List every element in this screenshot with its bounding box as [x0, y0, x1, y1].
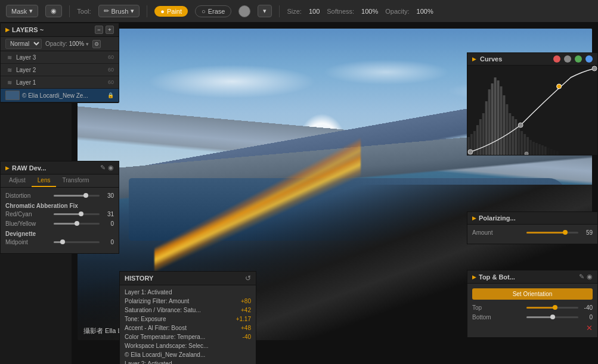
history-item-7[interactable]: © Elia Locardi_New Zealand...	[120, 350, 256, 359]
raw-dev-title: RAW Dev...	[12, 164, 98, 172]
history-label-8: Layer 2: Activated	[125, 360, 172, 364]
midpoint-slider[interactable]	[54, 241, 100, 243]
history-label-0: Layer 1: Activated	[125, 289, 172, 295]
red-cyan-slider[interactable]	[54, 213, 100, 215]
svg-rect-26	[544, 147, 547, 155]
layer-base-name: © Elia Locardi_New Ze...	[22, 92, 105, 99]
curves-graph[interactable]	[467, 66, 597, 155]
raw-eye-icon[interactable]: ◉	[108, 164, 114, 172]
red-cyan-thumb[interactable]	[79, 211, 83, 216]
curves-triangle-icon: ▶	[472, 56, 476, 62]
top-slider[interactable]	[526, 307, 578, 309]
svg-rect-9	[494, 77, 497, 155]
svg-point-33	[557, 84, 562, 89]
svg-rect-13	[506, 104, 508, 155]
svg-rect-23	[535, 143, 538, 155]
amount-slider[interactable]	[526, 232, 578, 234]
tab-transform[interactable]: Transform	[56, 175, 95, 187]
curves-rgb-dot[interactable]	[564, 55, 571, 63]
topbottom-title: Top & Bot...	[479, 273, 577, 281]
midpoint-thumb[interactable]	[60, 239, 65, 244]
blend-mode-select[interactable]: Normal	[5, 39, 42, 49]
distortion-slider[interactable]	[54, 195, 100, 197]
bottom-thumb[interactable]	[550, 315, 555, 319]
history-item-1[interactable]: Polarizing Filter: Amount +80	[120, 297, 256, 306]
top-thumb[interactable]	[553, 305, 557, 310]
amount-row: Amount 59	[472, 229, 593, 236]
layers-plus-button[interactable]: +	[106, 26, 114, 34]
color-dropdown[interactable]: ▾	[258, 5, 272, 17]
history-panel: HISTORY ↺ Layer 1: Activated Polarizing …	[119, 271, 256, 364]
curves-blue-dot[interactable]	[585, 55, 593, 63]
color-chevron-icon: ▾	[263, 7, 267, 15]
curves-green-dot[interactable]	[575, 55, 582, 63]
svg-rect-22	[532, 142, 535, 155]
svg-rect-6	[485, 101, 488, 155]
color-swatch[interactable]	[238, 5, 250, 17]
tab-lens[interactable]: Lens	[32, 175, 57, 187]
layer-item-3[interactable]: ≋ Layer 3 60	[1, 51, 119, 64]
svg-rect-8	[491, 83, 494, 155]
layer-3-value: 60	[108, 54, 114, 60]
layers-header: ▶ LAYERS ~ − +	[1, 23, 119, 37]
history-item-0[interactable]: Layer 1: Activated	[120, 288, 256, 297]
erase-button[interactable]: ○ Erase	[195, 5, 231, 17]
topbottom-delete-icon[interactable]: ✕	[586, 323, 593, 332]
history-item-3[interactable]: Tone: Exposure +1.17	[120, 315, 256, 323]
eye-toggle[interactable]: ◉	[45, 5, 62, 17]
layer-item-1[interactable]: ≋ Layer 1 60	[1, 76, 119, 89]
layers-gear-button[interactable]: ⚙	[92, 40, 101, 48]
topbottom-pencil-icon[interactable]: ✎	[579, 273, 584, 281]
curves-title: Curves	[480, 55, 550, 63]
topbottom-eye-icon[interactable]: ◉	[587, 273, 593, 281]
layer-1-value: 60	[108, 79, 114, 85]
softness-label: Softness:	[327, 8, 354, 15]
brush-label: Brush	[111, 8, 129, 15]
devignette-label: Devignette	[5, 231, 114, 237]
bottom-slider[interactable]	[526, 316, 578, 318]
layer-item-2[interactable]: ≋ Layer 2 60	[1, 64, 119, 76]
history-item-6[interactable]: Workspace Landscape: Selec...	[120, 341, 256, 350]
plus-icon: +	[108, 27, 111, 33]
size-value: 100	[309, 8, 320, 15]
layer-item-base[interactable]: © Elia Locardi_New Ze... 🔒	[1, 89, 119, 102]
raw-pencil-icon[interactable]: ✎	[100, 164, 106, 172]
mask-dropdown[interactable]: Mask ▾	[6, 5, 38, 17]
history-value-3: +1.17	[236, 316, 251, 322]
svg-rect-16	[515, 119, 517, 155]
distortion-thumb[interactable]	[83, 193, 88, 198]
svg-rect-19	[523, 134, 526, 155]
svg-point-34	[592, 66, 597, 71]
amount-thumb[interactable]	[563, 230, 568, 235]
history-item-4[interactable]: Accent - Al Filter: Boost +48	[120, 323, 256, 332]
brush-dropdown[interactable]: ✏ Brush ▾	[98, 5, 140, 17]
svg-rect-30	[556, 151, 559, 155]
history-title: HISTORY	[125, 275, 153, 282]
history-refresh-icon[interactable]: ↺	[245, 274, 251, 282]
tab-adjust[interactable]: Adjust	[3, 175, 32, 187]
paint-button[interactable]: ● Paint	[154, 6, 188, 17]
chromatic-label: Chromatic Abberation Fix	[5, 203, 114, 209]
set-orientation-button[interactable]: Set Orientation	[472, 288, 593, 300]
top-label: Top	[472, 304, 524, 311]
curves-red-dot[interactable]	[553, 55, 560, 63]
distortion-fill	[54, 195, 86, 197]
red-cyan-row: Red/Cyan 31	[5, 211, 114, 217]
layers-minus-button[interactable]: −	[95, 26, 103, 34]
history-value-2: +42	[241, 307, 251, 313]
svg-rect-10	[497, 80, 500, 155]
svg-point-32	[518, 123, 523, 127]
history-item-5[interactable]: Color Temperature: Tempera... -40	[120, 332, 256, 341]
history-item-8[interactable]: Layer 2: Activated	[120, 359, 256, 364]
layer-3-name: Layer 3	[16, 54, 106, 61]
separator-1	[69, 5, 70, 17]
blue-yellow-thumb[interactable]	[75, 221, 79, 226]
layer-2-value: 60	[108, 67, 114, 73]
blue-yellow-slider[interactable]	[54, 223, 100, 225]
separator-3	[279, 5, 280, 17]
history-item-2[interactable]: Saturation / Vibrance: Satu... +42	[120, 306, 256, 315]
svg-rect-5	[482, 113, 485, 155]
topbottom-actions: ✎ ◉	[579, 273, 593, 281]
raw-dev-panel: ▶ RAW Dev... ✎ ◉ Adjust Lens Transform D…	[0, 161, 119, 254]
red-cyan-label: Red/Cyan	[5, 211, 51, 217]
